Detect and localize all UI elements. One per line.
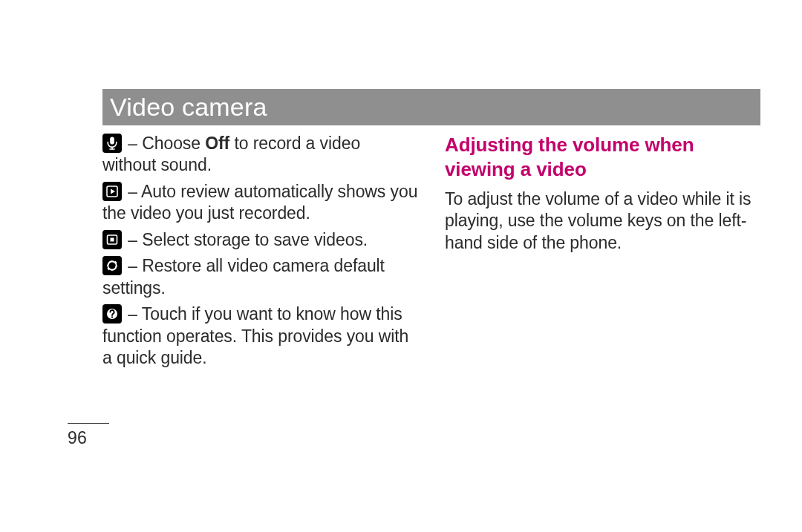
list-item: – Restore all video camera default setti… (102, 255, 418, 299)
help-icon (102, 304, 122, 324)
svg-rect-6 (111, 237, 114, 241)
right-column: Adjusting the volume when viewing a vide… (445, 133, 760, 373)
svg-point-10 (111, 316, 113, 318)
item-text-before: – Auto review automatically shows you th… (102, 182, 417, 223)
item-text-before: – Select storage to save videos. (123, 230, 368, 249)
play-icon (102, 182, 122, 201)
svg-marker-4 (111, 188, 115, 194)
item-text-before: – Restore all video camera default setti… (102, 256, 385, 297)
item-text-bold: Off (205, 134, 229, 153)
list-item: – Auto review automatically shows you th… (102, 181, 418, 225)
microphone-icon (102, 134, 122, 153)
list-item: – Select storage to save videos. (102, 229, 418, 251)
left-column: – Choose Off to record a video without s… (102, 133, 418, 373)
page-number-rule (68, 423, 109, 424)
list-item: – Choose Off to record a video without s… (102, 133, 418, 177)
item-text-before: – Touch if you want to know how this fun… (102, 304, 408, 367)
section-title: Video camera (110, 93, 267, 122)
storage-icon (102, 230, 122, 249)
reset-icon (102, 256, 122, 275)
section-header: Video camera (102, 89, 760, 125)
page-number-block: 96 (68, 423, 109, 448)
item-text-before: – Choose (123, 134, 205, 153)
list-item: – Touch if you want to know how this fun… (102, 303, 418, 369)
page-number: 96 (68, 428, 109, 448)
subsection-body: To adjust the volume of a video while it… (445, 188, 760, 254)
manual-page: Video camera – Choose Off to record a vi… (0, 0, 802, 532)
subsection-heading: Adjusting the volume when viewing a vide… (445, 133, 760, 181)
content-columns: – Choose Off to record a video without s… (102, 133, 760, 373)
svg-rect-0 (110, 137, 114, 145)
